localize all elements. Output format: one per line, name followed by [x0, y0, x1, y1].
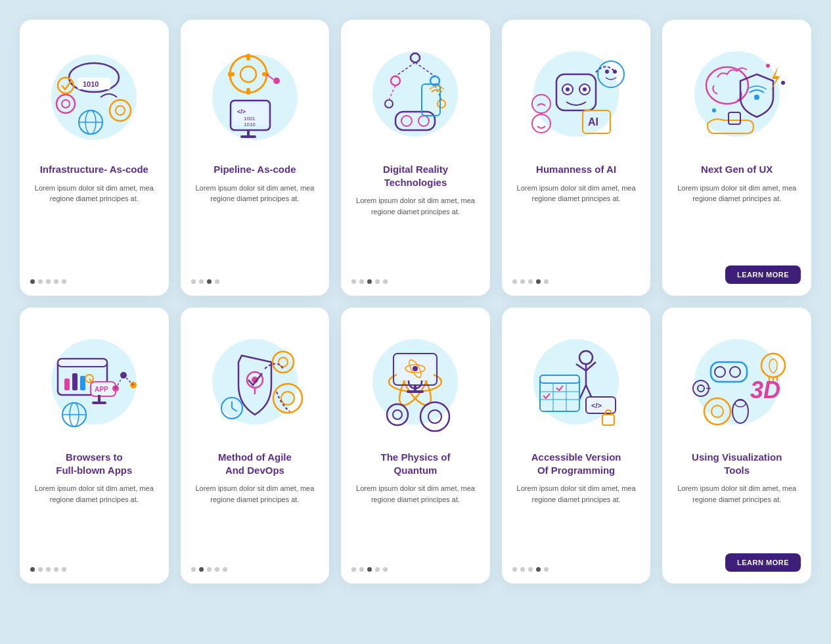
svg-text:APP: APP [95, 386, 108, 393]
dot [54, 279, 58, 284]
card-footer-digital [351, 279, 480, 284]
card-browsers-apps: APP Browsers toFull-blown Apps Lorem ips… [20, 308, 169, 584]
svg-point-53 [605, 70, 609, 74]
card-grid: 1010 Infrastructure- As-code Lorem ipsum… [20, 20, 811, 584]
svg-rect-81 [92, 402, 106, 404]
card-title-digital: Digital RealityTechnologies [351, 163, 480, 189]
dot [367, 567, 372, 572]
dots-agile [191, 567, 227, 572]
dot [199, 279, 204, 284]
dot [367, 279, 372, 284]
dot [375, 279, 380, 284]
card-title-ux: Next Gen of UX [673, 163, 801, 176]
svg-point-0 [51, 55, 137, 140]
card-footer-pipeline [191, 279, 319, 284]
card-illustration-infra: 1010 [30, 32, 158, 156]
dot [199, 567, 204, 572]
dots-digital [351, 279, 388, 284]
svg-text:</>: </> [237, 108, 246, 115]
card-footer-programming [512, 567, 640, 572]
card-infra-as-code: 1010 Infrastructure- As-code Lorem ipsum… [20, 20, 169, 296]
card-illustration-pipeline: </> 1001 1010 [191, 32, 319, 156]
svg-text:1001: 1001 [244, 116, 256, 122]
dot [359, 279, 364, 284]
dot [207, 567, 212, 572]
card-visualization-tools: 3D Using VisualizationTools Lorem ip [662, 308, 811, 584]
dot [536, 567, 541, 572]
dot [62, 567, 66, 572]
dot [520, 279, 525, 284]
svg-rect-24 [247, 130, 250, 135]
card-illustration-programming: </> [512, 319, 640, 444]
dot [536, 279, 541, 284]
card-title-infra: Infrastructure- As-code [30, 163, 158, 176]
svg-point-60 [781, 81, 785, 85]
card-title-programming: Accessible VersionOf Programming [512, 451, 640, 476]
svg-rect-17 [228, 72, 235, 76]
dot [30, 279, 35, 284]
card-illustration-quantum [351, 319, 480, 444]
card-footer-quantum [351, 567, 480, 572]
dot [46, 279, 51, 284]
svg-rect-16 [246, 88, 250, 95]
dots-browsers [30, 567, 66, 572]
dot [62, 279, 66, 284]
svg-point-28 [372, 51, 458, 137]
card-illustration-agile [191, 319, 319, 444]
svg-text:3D: 3D [750, 377, 780, 403]
dot [359, 567, 364, 572]
dot [207, 279, 212, 284]
card-footer-ux: LEARN MORE [673, 265, 801, 284]
svg-rect-124 [602, 415, 614, 425]
dot [383, 279, 388, 284]
card-title-agile: Method of AgileAnd DevOps [191, 451, 319, 476]
dot [512, 279, 517, 284]
svg-rect-64 [58, 359, 107, 367]
dots-quantum [351, 567, 388, 572]
dot [528, 279, 533, 284]
dots-humanness [512, 279, 549, 284]
card-body-visualization: Lorem ipsum dolor sit dim amet, mea regi… [673, 483, 801, 544]
card-body-pipeline: Lorem ipsum dolor sit dim amet, mea regi… [191, 183, 319, 271]
svg-rect-80 [98, 395, 101, 402]
dot [54, 567, 58, 572]
dot [528, 567, 533, 572]
svg-rect-103 [414, 385, 416, 390]
card-footer-humanness [512, 279, 640, 284]
svg-point-102 [413, 366, 418, 371]
svg-rect-117 [540, 375, 579, 383]
dots-pipeline [191, 279, 219, 284]
svg-rect-25 [240, 135, 256, 138]
dot [351, 567, 356, 572]
learn-more-button-visualization[interactable]: LEARN MORE [725, 553, 801, 572]
dot [223, 567, 227, 572]
dots-programming [512, 567, 549, 572]
dot [544, 567, 549, 572]
svg-point-61 [712, 108, 716, 112]
dot [215, 279, 219, 284]
svg-rect-104 [407, 390, 424, 393]
svg-point-59 [766, 64, 770, 68]
dot [191, 567, 196, 572]
card-next-gen-ux: Next Gen of UX Lorem ipsum dolor sit dim… [662, 20, 811, 296]
card-illustration-humanness: AI [512, 32, 640, 156]
card-illustration-browsers: APP [30, 319, 158, 444]
svg-rect-66 [72, 373, 78, 390]
card-physics-quantum: The Physics ofQuantum Lorem ipsum dolor … [341, 308, 490, 584]
svg-text:1010: 1010 [83, 80, 99, 88]
svg-point-47 [583, 87, 587, 91]
card-title-humanness: Humanness of AI [512, 163, 640, 176]
learn-more-button-ux[interactable]: LEARN MORE [725, 265, 801, 284]
svg-point-42 [533, 51, 619, 137]
dot [30, 567, 35, 572]
card-body-quantum: Lorem ipsum dolor sit dim amet, mea regi… [351, 483, 480, 558]
svg-text:1010: 1010 [244, 122, 256, 127]
card-footer-agile [191, 567, 319, 572]
dots-infra [30, 279, 66, 284]
dot [375, 567, 380, 572]
card-footer-infra [30, 279, 158, 284]
dot [512, 567, 517, 572]
card-body-browsers: Lorem ipsum dolor sit dim amet, mea regi… [30, 483, 158, 558]
dot [215, 567, 219, 572]
card-pipeline-as-code: </> 1001 1010 Pipeline- As-code Lorem ip… [181, 20, 330, 296]
